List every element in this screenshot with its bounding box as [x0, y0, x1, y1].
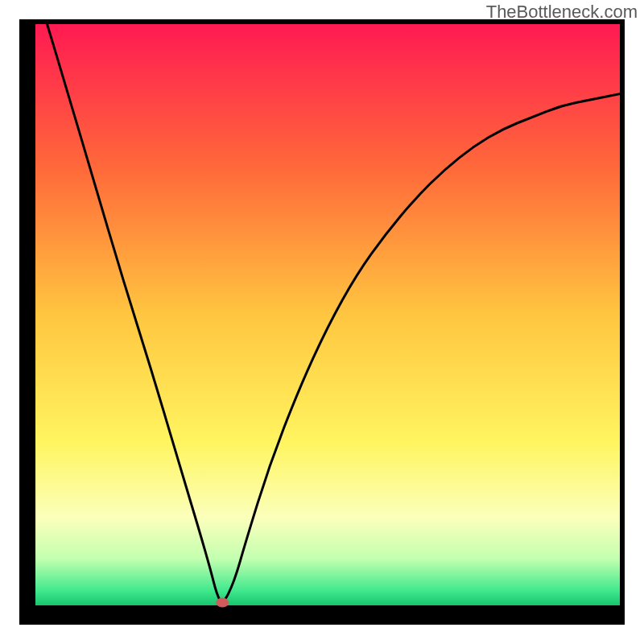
marker-dot [216, 597, 229, 607]
plot-background [35, 24, 620, 605]
chart-svg [19, 19, 625, 625]
chart-container: TheBottleneck.com [0, 0, 644, 644]
plot-frame [19, 19, 625, 625]
watermark-text: TheBottleneck.com [486, 2, 638, 23]
